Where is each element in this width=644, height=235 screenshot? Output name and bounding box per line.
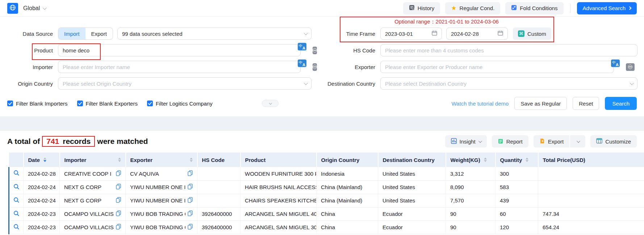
translate-icon[interactable]: 中 A <box>298 43 306 50</box>
regular-cond-button[interactable]: ★ Regular Cond. <box>445 2 500 14</box>
history-button[interactable]: History <box>403 2 440 14</box>
translate-icon[interactable]: 中 A <box>298 59 306 67</box>
col-quantity[interactable]: Quantity <box>495 153 538 167</box>
region-selector[interactable]: Global <box>23 5 46 12</box>
trade-search-page: Global History ★ Regular Cond. Fold Cond… <box>0 0 644 235</box>
sort-icon[interactable] <box>526 158 528 162</box>
filter-blank-importers-checkbox[interactable]: Filter Blank Importers <box>7 101 68 107</box>
form-row-parties: Importer 中 A Exporter 中 A <box>0 61 644 73</box>
fold-conditions-button[interactable]: Fold Conditions <box>505 2 563 14</box>
exclude-filter-icon[interactable] <box>626 63 635 71</box>
price-cell <box>538 180 644 194</box>
export-button[interactable]: Export <box>534 135 569 148</box>
col-weight[interactable]: Weight(KG) <box>446 153 495 167</box>
origin-country-select[interactable]: Please select Origin Country <box>58 77 311 90</box>
filter-logistics-company-checkbox[interactable]: Filter Logitics Company <box>147 101 213 107</box>
chevron-down-icon <box>478 139 482 143</box>
custom-range-button[interactable]: ⌘ Custom <box>513 27 551 40</box>
quantity-cell: 60 <box>495 207 538 221</box>
end-date-value: 2024-02-28 <box>451 31 479 37</box>
end-date-input[interactable]: 2024-02-28 <box>446 27 508 40</box>
detail-cell[interactable] <box>9 167 24 180</box>
exporter-cell: YIWU BOB TRADING C <box>126 207 197 221</box>
search-button[interactable]: Search <box>605 97 637 110</box>
save-as-regular-button[interactable]: Save as Regular <box>514 97 567 110</box>
weight-cell: 8,090 <box>446 180 495 194</box>
copy-icon[interactable] <box>116 170 121 177</box>
col-destination-country: Destination Country <box>378 153 446 167</box>
product-input[interactable] <box>58 44 301 56</box>
product-cell: CHAIRS SPEAKERS KITCHEN <box>241 194 317 207</box>
customize-button[interactable]: Customize <box>590 135 637 148</box>
advanced-search-button[interactable]: Advanced Search <box>577 2 637 14</box>
history-label: History <box>418 5 435 11</box>
table-row: 2024-02-24 NEXT G CORP YIWU NUMBER ONE I… <box>9 194 644 207</box>
col-importer[interactable]: Importer <box>60 153 126 167</box>
copy-icon[interactable] <box>188 210 193 217</box>
results-suffix: were matched <box>97 137 148 146</box>
magnifier-icon[interactable] <box>13 225 20 231</box>
quantity-cell: 583 <box>495 180 538 194</box>
destination-country-select[interactable]: Please select Destination Country <box>380 77 637 90</box>
copy-icon[interactable] <box>116 184 121 191</box>
importer-input[interactable] <box>58 61 301 73</box>
copy-icon[interactable] <box>188 184 193 191</box>
weight-cell: 7,570 <box>446 194 495 207</box>
copy-icon[interactable] <box>116 224 121 231</box>
detail-cell[interactable] <box>9 207 24 221</box>
top-bar: Global History ★ Regular Cond. Fold Cond… <box>0 0 644 17</box>
exporter-input[interactable] <box>380 61 614 73</box>
date-cell: 2024-02-24 <box>24 194 60 207</box>
region-label: Global <box>23 5 40 12</box>
origin-country-placeholder: Please select Origin Country <box>63 81 131 87</box>
copy-icon[interactable] <box>188 170 193 177</box>
sort-icon[interactable] <box>118 158 121 162</box>
copy-icon[interactable] <box>188 224 193 231</box>
history-icon <box>409 5 415 12</box>
sort-icon[interactable] <box>43 158 46 162</box>
data-sources-select[interactable]: 99 data sources selected <box>117 27 311 40</box>
translate-icon[interactable]: 中 A <box>611 59 620 67</box>
filter-blank-exporters-checkbox[interactable]: Filter Blank Exporters <box>77 101 138 107</box>
product-cell: ARCANGEL SAN MIGUEL 30 <box>241 221 317 234</box>
results-title: A total of 741 records were matched <box>7 136 148 147</box>
collapse-conditions-button[interactable] <box>262 100 279 107</box>
col-date[interactable]: Date <box>24 153 60 167</box>
exporter-cell: YIWU BOB TRADING C <box>126 221 197 234</box>
sort-icon[interactable] <box>190 158 193 162</box>
tab-export[interactable]: Export <box>85 28 113 39</box>
reset-button[interactable]: Reset <box>573 97 599 110</box>
magnifier-icon[interactable] <box>13 198 20 204</box>
detail-cell[interactable] <box>9 194 24 207</box>
export-options-button[interactable] <box>570 135 585 148</box>
copy-icon[interactable] <box>116 197 121 204</box>
importer-cell: NEXT G CORP <box>60 194 126 207</box>
sort-icon[interactable] <box>484 158 487 162</box>
col-exporter[interactable]: Exporter <box>126 153 197 167</box>
hs-code-label: HS Code <box>311 47 380 54</box>
insight-label: Insight <box>460 138 476 145</box>
tutorial-link[interactable]: Watch the tutorial demo <box>452 101 509 107</box>
calendar-icon <box>498 30 503 37</box>
form-row-countries: Origin Country Please select Origin Coun… <box>0 77 644 90</box>
magnifier-icon[interactable] <box>13 185 20 191</box>
report-button[interactable]: Report <box>492 135 528 148</box>
magnifier-icon[interactable] <box>13 212 20 218</box>
checkbox-checked-icon <box>77 101 83 106</box>
tab-import[interactable]: Import <box>58 28 85 39</box>
detail-cell[interactable] <box>9 221 24 234</box>
time-frame-label: Time Frame <box>311 31 380 37</box>
magnifier-icon[interactable] <box>13 171 20 177</box>
product-cell: WOODEN FURNITURE 300 P <box>241 167 317 180</box>
start-date-input[interactable]: 2023-03-01 <box>380 27 442 40</box>
destination-cell: United States <box>378 167 446 180</box>
app-logo <box>7 3 18 14</box>
hs-code-input[interactable] <box>380 44 637 56</box>
copy-icon[interactable] <box>116 210 121 217</box>
table-row: 2024-02-24 NEXT G CORP YIWU NUMBER ONE I… <box>9 180 644 194</box>
detail-cell[interactable] <box>9 180 24 194</box>
insight-button[interactable]: Insight <box>445 135 487 148</box>
origin-cell: China (Mainland) <box>317 194 378 207</box>
importer-label: Importer <box>0 64 58 70</box>
copy-icon[interactable] <box>188 197 193 204</box>
